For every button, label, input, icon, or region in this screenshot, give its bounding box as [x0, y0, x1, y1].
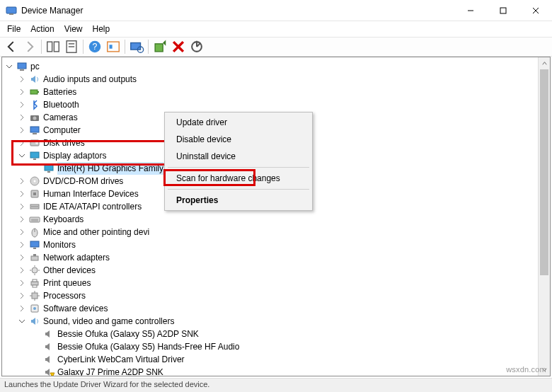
uninstall-button[interactable] — [170, 38, 187, 55]
disable-button[interactable] — [188, 38, 205, 55]
expand-icon[interactable] — [18, 190, 26, 198]
close-button[interactable] — [519, 0, 552, 21]
tree-item[interactable]: Bessie Ofuka (Galaxy S5) A2DP SNK — [4, 328, 548, 340]
menu-view[interactable]: View — [64, 24, 83, 34]
context-menu: Update driver Disable device Uninstall d… — [164, 112, 313, 211]
tree-item[interactable]: Software devices — [4, 302, 548, 315]
tree-item-label: Other devices — [43, 264, 96, 277]
svg-rect-22 — [38, 91, 39, 93]
ctx-uninstall-device[interactable]: Uninstall device — [166, 148, 311, 165]
expand-icon[interactable] — [18, 266, 26, 275]
tree-item[interactable]: Processors — [4, 289, 548, 302]
svg-rect-6 — [47, 42, 52, 52]
svg-text:?: ? — [93, 42, 98, 52]
vertical-scrollbar[interactable] — [538, 57, 550, 376]
svg-rect-15 — [131, 43, 141, 50]
collapse-icon[interactable] — [18, 151, 26, 160]
svg-rect-32 — [47, 171, 50, 173]
svg-rect-19 — [18, 63, 26, 69]
speaker-warning-icon — [43, 367, 54, 376]
svg-rect-45 — [33, 248, 36, 249]
help-button[interactable]: ? — [86, 38, 103, 55]
separator — [168, 167, 309, 168]
tree-item[interactable]: Keyboards — [4, 213, 548, 226]
update-driver-button[interactable] — [151, 38, 168, 55]
expand-icon[interactable] — [18, 215, 26, 224]
expand-icon[interactable] — [18, 304, 26, 313]
expand-icon[interactable] — [18, 139, 26, 147]
scroll-thumb[interactable] — [540, 69, 548, 275]
expand-icon[interactable] — [18, 75, 26, 83]
tree-item[interactable]: Monitors — [4, 238, 548, 251]
app-icon — [6, 5, 17, 16]
keyboard-icon — [29, 214, 40, 225]
ctx-disable-device[interactable]: Disable device — [166, 131, 311, 148]
svg-rect-25 — [30, 127, 39, 132]
tree-item[interactable]: Batteries — [4, 86, 548, 98]
collapse-icon[interactable] — [18, 317, 26, 325]
tree-item-label: DVD/CD-ROM drives — [43, 175, 123, 188]
ctx-properties[interactable]: Properties — [166, 192, 311, 209]
tree-item-label: Intel(R) HD Graphics Family — [57, 162, 163, 175]
menu-file[interactable]: File — [7, 24, 21, 34]
tree-item[interactable]: CyberLink WebCam Virtual Driver — [4, 353, 548, 366]
separator — [125, 40, 125, 54]
scroll-up-button[interactable] — [539, 57, 550, 69]
speaker-icon — [29, 316, 40, 327]
svg-rect-30 — [33, 158, 36, 160]
tree-item[interactable]: Print queues — [4, 277, 548, 289]
expand-icon[interactable] — [18, 279, 26, 287]
tree-item-label: Bluetooth — [43, 98, 79, 111]
scroll-track[interactable] — [539, 69, 550, 364]
tree-item[interactable]: Bessie Ofuka (Galaxy S5) Hands-Free HF A… — [4, 340, 548, 353]
forward-button[interactable] — [21, 38, 38, 55]
expand-icon[interactable] — [18, 88, 26, 96]
tree-item-label: Audio inputs and outputs — [43, 73, 137, 86]
toolbar: ? — [0, 37, 552, 57]
expand-icon[interactable] — [18, 100, 26, 109]
tree-item[interactable]: Other devices — [4, 264, 548, 277]
expand-icon[interactable] — [18, 202, 26, 211]
svg-rect-26 — [33, 133, 37, 134]
svg-rect-47 — [33, 254, 36, 256]
expand-icon[interactable] — [18, 292, 26, 300]
expand-icon[interactable] — [18, 228, 26, 236]
svg-point-24 — [33, 117, 37, 120]
menu-action[interactable]: Action — [30, 24, 54, 34]
expand-icon[interactable] — [18, 126, 26, 134]
maximize-button[interactable] — [487, 0, 519, 21]
svg-rect-1 — [9, 13, 13, 15]
tree-item-sound-controllers[interactable]: Sound, video and game controllers — [4, 315, 548, 328]
expand-icon[interactable] — [18, 241, 26, 249]
expand-icon[interactable] — [18, 113, 26, 122]
minimize-button[interactable] — [454, 0, 487, 21]
menu-help[interactable]: Help — [93, 24, 110, 34]
tree-item[interactable]: Bluetooth — [4, 98, 548, 111]
status-text: Launches the Update Driver Wizard for th… — [4, 380, 209, 388]
svg-rect-29 — [30, 152, 39, 158]
svg-rect-50 — [33, 279, 37, 282]
tree-item[interactable]: Audio inputs and outputs — [4, 73, 548, 86]
tree-item[interactable]: Mice and other pointing devi — [4, 226, 548, 238]
properties-button[interactable] — [63, 38, 80, 55]
svg-rect-7 — [54, 42, 59, 52]
expand-icon[interactable] — [18, 253, 26, 262]
hid-icon — [29, 188, 40, 200]
collapse-icon[interactable] — [5, 62, 13, 71]
tree-root[interactable]: pc — [4, 60, 548, 73]
ctx-scan-hardware[interactable]: Scan for hardware changes — [166, 170, 311, 187]
menubar: File Action View Help — [0, 21, 552, 37]
tree-item[interactable]: Galaxy J7 Prime A2DP SNK — [4, 366, 548, 376]
expand-icon[interactable] — [18, 177, 26, 185]
tree-item-label: Galaxy J7 Prime A2DP SNK — [57, 366, 163, 376]
tree-item-label: IDE ATA/ATAPI controllers — [43, 200, 142, 213]
back-button[interactable] — [3, 38, 20, 55]
disk-icon — [29, 137, 40, 149]
scan-hardware-button[interactable] — [128, 38, 145, 55]
ide-icon — [29, 201, 40, 212]
options-button[interactable] — [105, 38, 122, 55]
tree-item[interactable]: Network adapters — [4, 251, 548, 264]
device-tree[interactable]: pc Audio inputs and outputs Batteries Bl… — [2, 57, 550, 376]
ctx-update-driver[interactable]: Update driver — [166, 114, 311, 131]
show-hide-console-button[interactable] — [45, 38, 62, 55]
